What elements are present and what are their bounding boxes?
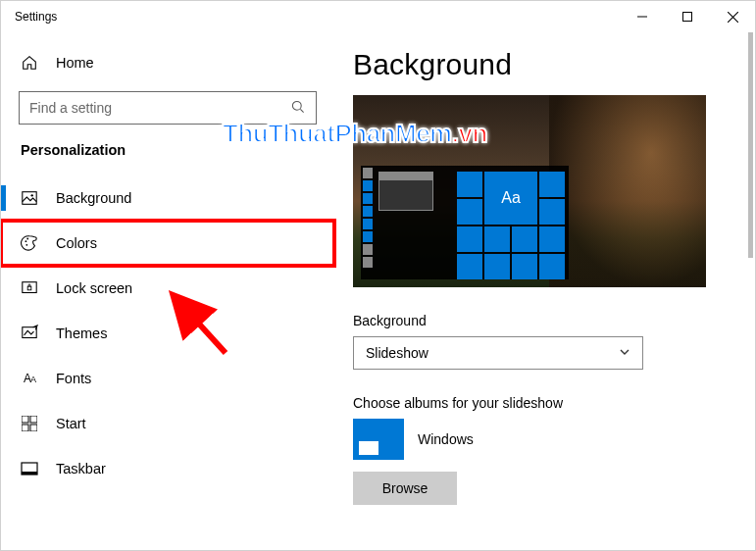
- background-dropdown-label: Background: [353, 313, 728, 328]
- preview-tile-text: Aa: [484, 172, 537, 225]
- sidebar-item-label: Taskbar: [56, 461, 106, 476]
- sidebar-item-label: Background: [56, 190, 131, 206]
- svg-rect-11: [30, 416, 37, 423]
- svg-point-4: [25, 240, 27, 242]
- palette-icon: [21, 234, 38, 252]
- browse-button[interactable]: Browse: [353, 472, 457, 505]
- sidebar-item-themes[interactable]: Themes: [1, 311, 334, 356]
- sidebar-item-label: Themes: [56, 326, 107, 341]
- fonts-icon: AA: [21, 372, 38, 385]
- sidebar-item-lock-screen[interactable]: Lock screen: [1, 266, 334, 311]
- svg-point-1: [292, 101, 301, 110]
- taskbar-icon: [21, 462, 38, 476]
- svg-rect-8: [27, 286, 31, 290]
- album-name: Windows: [418, 431, 474, 447]
- close-button[interactable]: [710, 1, 755, 32]
- albums-label: Choose albums for your slideshow: [353, 395, 728, 411]
- page-title: Background: [353, 48, 728, 81]
- sidebar-item-label: Fonts: [56, 371, 91, 386]
- search-input[interactable]: [29, 100, 306, 116]
- sidebar-item-taskbar[interactable]: Taskbar: [1, 446, 334, 491]
- svg-rect-13: [30, 425, 37, 431]
- svg-point-6: [25, 244, 27, 246]
- album-thumb-icon: [353, 419, 404, 460]
- start-icon: [21, 416, 38, 431]
- svg-rect-2: [23, 192, 36, 205]
- chevron-down-icon: [619, 345, 630, 361]
- background-preview: Aa: [353, 95, 706, 287]
- sidebar: Home Personalization Background Colors: [1, 32, 334, 550]
- sidebar-item-fonts[interactable]: AA Fonts: [1, 356, 334, 401]
- svg-rect-0: [683, 13, 692, 22]
- sidebar-home-label: Home: [56, 55, 94, 71]
- window-controls: [620, 1, 755, 32]
- window-title: Settings: [15, 10, 57, 24]
- picture-icon: [21, 189, 38, 207]
- titlebar: Settings: [1, 1, 755, 32]
- sidebar-home[interactable]: Home: [1, 42, 334, 83]
- sidebar-item-background[interactable]: Background: [1, 175, 334, 221]
- sidebar-item-start[interactable]: Start: [1, 401, 334, 446]
- sidebar-item-label: Lock screen: [56, 280, 132, 296]
- search-icon: [290, 99, 306, 118]
- sidebar-section-header: Personalization: [1, 136, 334, 164]
- scrollbar[interactable]: [748, 32, 753, 258]
- svg-rect-7: [23, 282, 36, 293]
- svg-point-5: [26, 238, 28, 240]
- background-dropdown[interactable]: Slideshow: [353, 336, 643, 370]
- dropdown-value: Slideshow: [366, 345, 428, 361]
- svg-point-3: [31, 194, 33, 196]
- svg-rect-10: [22, 416, 28, 423]
- home-icon: [21, 54, 38, 72]
- sidebar-item-colors[interactable]: Colors: [1, 221, 334, 266]
- lock-screen-icon: [21, 279, 38, 297]
- main-content: Background Aa Background Slideshow: [334, 32, 755, 550]
- sidebar-item-label: Start: [56, 416, 86, 431]
- svg-rect-15: [22, 472, 37, 475]
- sidebar-item-label: Colors: [56, 235, 97, 251]
- maximize-button[interactable]: [665, 1, 710, 32]
- minimize-button[interactable]: [620, 1, 665, 32]
- search-input-container[interactable]: [19, 91, 317, 125]
- svg-rect-12: [22, 425, 28, 431]
- album-item[interactable]: Windows: [353, 419, 728, 460]
- themes-icon: [21, 325, 38, 342]
